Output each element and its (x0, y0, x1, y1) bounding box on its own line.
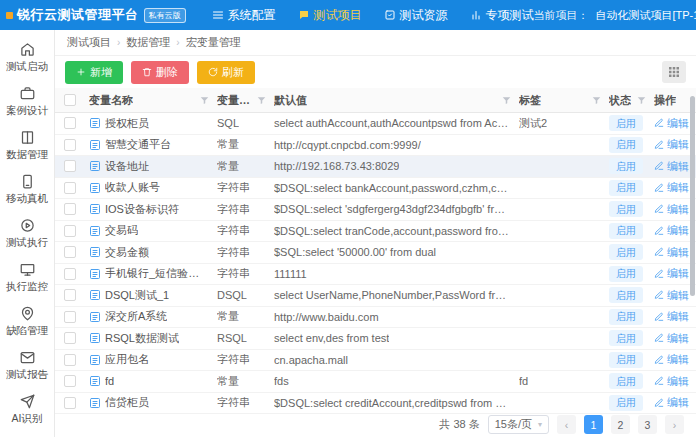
table-row[interactable]: 手机银行_短信验证码 字符串 111111 启用 编辑 (55, 264, 696, 286)
table-row[interactable]: IOS设备标识符 字符串 $DSQL:select 'sdgfergerg43d… (55, 199, 696, 221)
edit-button[interactable]: 编辑 (654, 245, 689, 260)
page-button-1[interactable]: 1 (584, 415, 603, 434)
refresh-button[interactable]: 刷新 (197, 61, 255, 84)
row-checkbox[interactable] (64, 160, 76, 172)
row-checkbox[interactable] (64, 182, 76, 194)
edit-button[interactable]: 编辑 (654, 137, 689, 152)
sidebar-item-label: 案例设计 (6, 104, 48, 118)
filter-icon[interactable] (200, 96, 209, 105)
nav-test-resource[interactable]: 测试资源 (384, 7, 448, 24)
edit-button[interactable]: 编辑 (654, 223, 689, 238)
table-row[interactable]: 交易金额 字符串 $SQL:select '50000.00' from dua… (55, 242, 696, 264)
sidebar-item-test-start[interactable]: 测试启动 (0, 36, 54, 80)
filter-icon[interactable] (637, 96, 646, 105)
row-checkbox[interactable] (64, 203, 76, 215)
page-size-select[interactable]: 15条/页 ▾ (488, 415, 549, 434)
select-all-checkbox[interactable] (64, 94, 76, 106)
row-checkbox[interactable] (64, 311, 76, 323)
edit-button[interactable]: 编辑 (654, 266, 689, 281)
page-button-3[interactable]: 3 (638, 415, 657, 434)
edit-button-label: 编辑 (667, 116, 689, 131)
sidebar-item-defect-management[interactable]: 缺陷管理 (0, 300, 54, 344)
row-checkbox[interactable] (64, 268, 76, 280)
variable-name[interactable]: 应用包名 (105, 352, 149, 367)
edit-button[interactable]: 编辑 (654, 395, 689, 410)
row-checkbox[interactable] (64, 117, 76, 129)
table-row[interactable]: 交易码 字符串 $DSQL:select tranCode,account,pa… (55, 221, 696, 243)
variable-name[interactable]: 收款人账号 (105, 180, 160, 195)
sidebar-item-test-execution[interactable]: 测试执行 (0, 212, 54, 256)
variable-name[interactable]: DSQL测试_1 (105, 288, 169, 303)
row-checkbox[interactable] (64, 139, 76, 151)
sidebar-item-case-design[interactable]: 案例设计 (0, 80, 54, 124)
edit-button-label: 编辑 (667, 245, 689, 260)
variable-icon (89, 332, 101, 344)
row-checkbox[interactable] (64, 246, 76, 258)
variable-name[interactable]: RSQL数据测试 (105, 331, 179, 346)
sidebar-item-test-report[interactable]: 测试报告 (0, 344, 54, 388)
edit-button[interactable]: 编辑 (654, 116, 689, 131)
edit-button[interactable]: 编辑 (654, 331, 689, 346)
column-settings-button[interactable] (662, 61, 686, 83)
variable-name[interactable]: 设备地址 (105, 159, 149, 174)
nav-system-config[interactable]: 系统配置 (212, 7, 276, 24)
table-row[interactable]: DSQL测试_1 DSQL select UserName,PhoneNumbe… (55, 285, 696, 307)
project-icon (298, 9, 310, 21)
variable-name[interactable]: 授权柜员 (105, 116, 149, 131)
edit-button[interactable]: 编辑 (654, 202, 689, 217)
total-count: 共 38 条 (439, 417, 479, 432)
edit-button[interactable]: 编辑 (654, 159, 689, 174)
table-row[interactable]: 收款人账号 字符串 $DSQL:select bankAccount,passw… (55, 178, 696, 200)
filter-icon[interactable] (502, 96, 511, 105)
variable-name[interactable]: IOS设备标识符 (105, 202, 179, 217)
table-row[interactable]: RSQL数据测试 RSQL select env,des from test 启… (55, 328, 696, 350)
table-row[interactable]: 设备地址 常量 http://192.168.73.43:8029 启用 编辑 (55, 156, 696, 178)
row-checkbox[interactable] (64, 289, 76, 301)
variable-name[interactable]: 交易金额 (105, 245, 149, 260)
nav-test-project[interactable]: 测试项目 (298, 7, 362, 24)
prev-page-button[interactable]: ‹ (557, 415, 576, 434)
variable-icon (89, 311, 101, 323)
sidebar-item-data-management[interactable]: 数据管理 (0, 124, 54, 168)
row-checkbox[interactable] (64, 332, 76, 344)
sidebar-item-execution-monitor[interactable]: 执行监控 (0, 256, 54, 300)
filter-icon[interactable] (592, 96, 601, 105)
status-badge: 启用 (609, 395, 643, 411)
add-button[interactable]: 新增 (65, 61, 123, 84)
variable-name[interactable]: fd (105, 375, 114, 387)
breadcrumb-item[interactable]: 数据管理 (126, 35, 170, 50)
nav-special-test[interactable]: 专项测试 (470, 7, 534, 24)
sidebar-item-mobile-device[interactable]: 移动真机 (0, 168, 54, 212)
delete-button[interactable]: 删除 (131, 61, 189, 84)
variable-name[interactable]: 智慧交通平台 (105, 137, 171, 152)
next-page-button[interactable]: › (665, 415, 684, 434)
row-checkbox[interactable] (64, 225, 76, 237)
table-row[interactable]: 应用包名 字符串 cn.apacha.mall 启用 编辑 (55, 350, 696, 372)
edit-button[interactable]: 编辑 (654, 288, 689, 303)
table-scrollbar[interactable] (689, 88, 696, 412)
table-row[interactable]: 深交所A系统 常量 http://www.baidu.com 启用 编辑 (55, 307, 696, 329)
edit-button[interactable]: 编辑 (654, 352, 689, 367)
table-row[interactable]: 信贷柜员 字符串 $DSQL:select creditAccount,cred… (55, 393, 696, 415)
row-checkbox[interactable] (64, 354, 76, 366)
variable-name[interactable]: 深交所A系统 (105, 309, 167, 324)
variable-name[interactable]: 手机银行_短信验证码 (105, 266, 209, 281)
variable-name[interactable]: 交易码 (105, 223, 138, 238)
table-header-row: 变量名称 变量类型 默认值 标签 状态 (55, 88, 696, 113)
edit-button[interactable]: 编辑 (654, 309, 689, 324)
row-checkbox[interactable] (64, 397, 76, 409)
variable-default: $DSQL:select bankAccount,password,czhm,c… (274, 182, 511, 194)
row-checkbox[interactable] (64, 375, 76, 387)
table-row[interactable]: fd 常量 fds fd 启用 编辑 (55, 371, 696, 393)
edit-button[interactable]: 编辑 (654, 374, 689, 389)
breadcrumb-item[interactable]: 测试项目 (67, 35, 111, 50)
pencil-icon (654, 204, 664, 214)
sidebar-item-ai-recognition[interactable]: AI识别 (0, 388, 54, 432)
table-row[interactable]: 智慧交通平台 常量 http://cqypt.cnpcbd.com:9999/ … (55, 135, 696, 157)
page-button-2[interactable]: 2 (611, 415, 630, 434)
variable-name[interactable]: 信贷柜员 (105, 395, 149, 410)
table-row[interactable]: 授权柜员 SQL select authAccount,authAccountp… (55, 113, 696, 135)
scrollbar-thumb[interactable] (690, 96, 695, 296)
filter-icon[interactable] (257, 96, 266, 105)
edit-button[interactable]: 编辑 (654, 180, 689, 195)
